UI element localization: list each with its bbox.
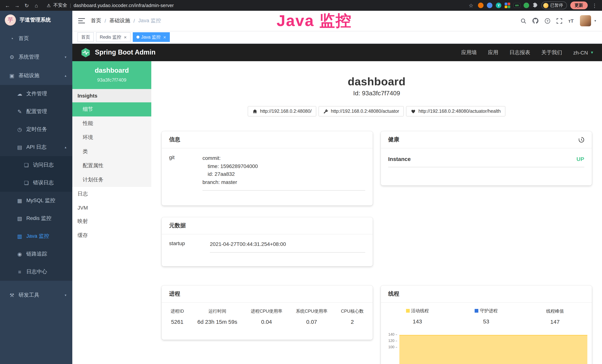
sba-item-classes[interactable]: 类 [72, 145, 151, 159]
tab-redis-monitor[interactable]: Redis 监控 × [96, 32, 130, 42]
app-title: 芋道管理系统 [20, 17, 51, 23]
extension-icon-orange[interactable] [478, 3, 484, 8]
chevron-down-icon[interactable]: ▾ [594, 19, 596, 23]
help-icon[interactable]: ? [545, 18, 550, 23]
extension-icon-on-badge[interactable]: on [514, 3, 520, 8]
process-metrics: 进程ID 5261 运行时间 6d 23h 15m 59s 进程CPU使用率 [162, 303, 373, 331]
sidebar-item-home[interactable]: ◔ 首页 [0, 29, 72, 48]
sidebar-item-label: 研发工具 [19, 292, 39, 299]
fullscreen-icon[interactable] [556, 18, 562, 23]
svg-text:?: ? [546, 19, 548, 23]
sidebar-item-redis-monitor[interactable]: ▧ Redis 监控 [0, 210, 72, 227]
back-icon[interactable]: ← [4, 2, 11, 8]
sidebar-item-access-logs[interactable]: ❏ 访问日志 [0, 156, 72, 174]
sba-item-mappings[interactable]: 映射 [72, 214, 151, 228]
sidebar-item-error-logs[interactable]: ❏ 错误日志 [0, 174, 72, 192]
actuator-url-link[interactable]: http://192.168.0.2:48080/actuator [319, 106, 404, 117]
health-url-link[interactable]: http://192.168.0.2:48080/actuator/health [406, 106, 505, 117]
service-url-link[interactable]: http://192.168.0.2:48080/ [248, 106, 316, 117]
security-warning-icon: ⚠ [47, 3, 51, 8]
extension-icon-grid[interactable] [505, 3, 510, 8]
history-icon[interactable] [578, 137, 584, 143]
browser-menu-icon[interactable]: ⋮ [591, 2, 598, 8]
heart-icon [411, 109, 416, 114]
extensions-puzzle-icon[interactable] [532, 3, 538, 8]
tab-label: Redis 监控 [100, 34, 121, 40]
sidebar-item-config-mgmt[interactable]: ✎ 配置管理 [0, 103, 72, 120]
hamburger-icon[interactable] [78, 18, 85, 23]
breadcrumb-infrastructure[interactable]: 基础设施 [109, 17, 130, 24]
sba-item-jvm[interactable]: JVM [72, 201, 151, 214]
sba-section-insights[interactable]: Insights [72, 89, 151, 102]
sba-sidebar: dashboard 93a3fc7f7409 Insights 细节 性能 环境… [72, 61, 151, 364]
sidebar-item-log-center[interactable]: ≡ 日志中心 [0, 263, 72, 281]
actuator-url-text: http://192.168.0.2:48080/actuator [331, 109, 399, 114]
bookmark-star-icon[interactable]: ☆ [467, 2, 475, 8]
sidebar-item-label: 访问日志 [33, 162, 54, 168]
sidebar-item-api-logs[interactable]: ▤ API 日志 ▴ [0, 138, 72, 156]
tab-java-monitor[interactable]: Java 监控 × [133, 32, 170, 42]
sba-logo-icon [80, 47, 91, 58]
sba-item-details[interactable]: 细节 [72, 102, 151, 117]
instance-header[interactable]: dashboard 93a3fc7f7409 [72, 61, 151, 89]
omnibox-divider: | [70, 3, 71, 8]
sba-item-logs[interactable]: 日志 [72, 187, 151, 201]
chevron-up-icon: ▴ [65, 145, 66, 149]
sba-item-caches[interactable]: 缓存 [72, 228, 151, 243]
browser-home-icon[interactable]: ⌂ [33, 2, 40, 8]
url-text[interactable]: dashboard.yudao.iocoder.cn/infra/admin-s… [74, 3, 174, 8]
update-button[interactable]: 更新 [570, 1, 588, 9]
sba-nav-links: 应用墙 应用 日志报表 关于我们 zh-CN ▼ [461, 49, 594, 56]
breadcrumb-home[interactable]: 首页 [91, 17, 101, 24]
sba-item-scheduled-tasks[interactable]: 计划任务 [72, 173, 151, 187]
sba-nav-about[interactable]: 关于我们 [541, 49, 562, 56]
sba-item-performance[interactable]: 性能 [72, 117, 151, 130]
tab-home[interactable]: 首页 [77, 32, 94, 42]
chevron-down-icon: ▼ [590, 50, 594, 54]
sidebar-item-java-monitor[interactable]: ▥ Java 监控 [0, 227, 72, 245]
app-logo-row[interactable]: 芋 芋道管理系统 [0, 11, 72, 29]
sidebar-item-infrastructure[interactable]: ▣ 基础设施 ▴ [0, 66, 72, 85]
sba-item-environment[interactable]: 环境 [72, 130, 151, 145]
card-title: 健康 [388, 136, 399, 143]
threads-card: 线程 活动线程 143 [381, 286, 592, 364]
extension-icon-leaf[interactable] [524, 3, 529, 8]
sidebar-item-trace[interactable]: ◉ 链路追踪 [0, 245, 72, 263]
sidebar-item-label: 定时任务 [26, 126, 47, 133]
health-card: 健康 Instance UP [381, 131, 592, 185]
cloud-icon: ☁ [16, 91, 24, 97]
extension-icon-y[interactable]: Y [496, 3, 501, 8]
breadcrumb: 首页 / 基础设施 / Java 监控 [91, 17, 161, 24]
locale-select[interactable]: zh-CN ▼ [573, 50, 594, 55]
close-icon[interactable]: × [163, 35, 166, 40]
sidebar-item-dev-tools[interactable]: ⚒ 研发工具 ▾ [0, 286, 72, 304]
avatar[interactable] [580, 15, 591, 26]
font-size-icon[interactable]: тT [568, 18, 574, 23]
sba-content: dashboard Id: 93a3fc7f7409 http://192.16… [151, 61, 602, 364]
address-bar[interactable]: ⚠ 不安全 | dashboard.yudao.iocoder.cn/infra… [42, 1, 465, 9]
y-axis-tick: 120 [383, 339, 397, 343]
sidebar-item-file-mgmt[interactable]: ☁ 文件管理 [0, 85, 72, 103]
close-icon[interactable]: × [124, 35, 127, 40]
github-icon[interactable] [532, 18, 538, 24]
forward-icon[interactable]: → [13, 2, 21, 8]
sidebar-item-mysql-monitor[interactable]: ▦ MySQL 监控 [0, 192, 72, 210]
java-monitor-icon: ▥ [16, 233, 24, 239]
sidebar-item-system-mgmt[interactable]: ⚙ 系统管理 ▾ [0, 48, 72, 66]
sidebar-item-scheduled-jobs[interactable]: ◷ 定时任务 [0, 120, 72, 138]
search-icon[interactable] [520, 18, 526, 23]
y-axis-tick: 140 [383, 332, 397, 336]
sba-item-config-properties[interactable]: 配置属性 [72, 159, 151, 173]
profile-chip[interactable]: 已暂停 [541, 1, 567, 9]
tools-icon: ⚒ [8, 292, 16, 298]
extension-icon-blue[interactable] [487, 3, 493, 8]
sba-nav-applications[interactable]: 应用 [488, 49, 498, 56]
dashboard-icon: ◔ [8, 36, 16, 42]
reload-icon[interactable]: ↻ [23, 2, 30, 8]
status-badge: UP [576, 156, 584, 162]
sba-nav-journal[interactable]: 日志报表 [509, 49, 530, 56]
sba-navbar: Spring Boot Admin 应用墙 应用 日志报表 关于我们 zh-CN… [72, 44, 602, 61]
sba-nav-wallboard[interactable]: 应用墙 [461, 49, 477, 56]
sba-brand[interactable]: Spring Boot Admin [80, 47, 156, 58]
process-metric: 系统CPU使用率 0.07 [296, 308, 328, 325]
